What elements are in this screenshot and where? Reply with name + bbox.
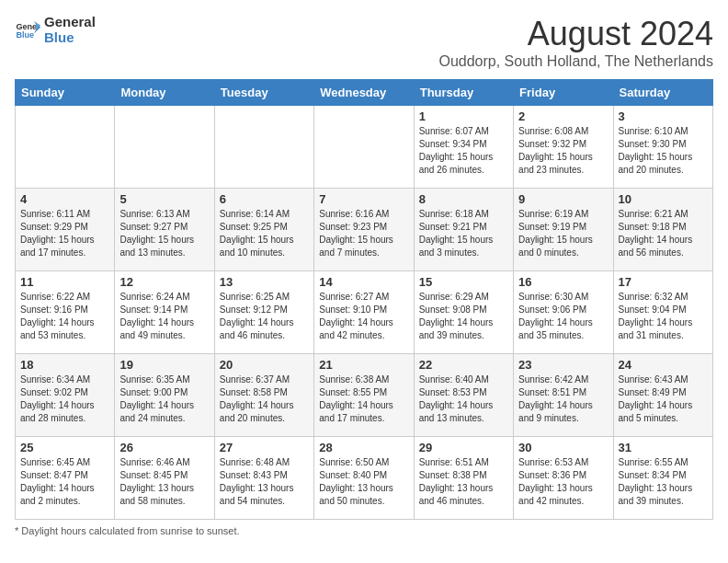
day-number: 8 [419,192,508,206]
calendar-cell: 6Sunrise: 6:14 AM Sunset: 9:25 PM Daylig… [214,189,313,271]
day-info: Sunrise: 6:10 AM Sunset: 9:30 PM Dayligh… [619,125,708,177]
day-number: 26 [119,441,209,454]
day-info: Sunrise: 6:53 AM Sunset: 8:36 PM Dayligh… [518,456,608,508]
logo-blue: Blue [44,29,74,45]
month-year-title: August 2024 [438,15,713,53]
calendar-cell: 14Sunrise: 6:27 AM Sunset: 9:10 PM Dayli… [314,271,414,354]
day-info: Sunrise: 6:51 AM Sunset: 8:38 PM Dayligh… [419,456,508,508]
day-number: 2 [518,109,608,123]
calendar-cell: 31Sunrise: 6:55 AM Sunset: 8:34 PM Dayli… [613,437,712,520]
day-info: Sunrise: 6:25 AM Sunset: 9:12 PM Dayligh… [220,291,309,342]
day-of-week-header: Friday [514,80,613,106]
day-of-week-header: Wednesday [314,80,414,106]
day-number: 7 [319,192,408,206]
calendar-cell: 24Sunrise: 6:43 AM Sunset: 8:49 PM Dayli… [613,354,712,437]
day-info: Sunrise: 6:34 AM Sunset: 9:02 PM Dayligh… [20,373,109,425]
day-info: Sunrise: 6:38 AM Sunset: 8:55 PM Dayligh… [319,373,408,425]
calendar-cell: 21Sunrise: 6:38 AM Sunset: 8:55 PM Dayli… [314,354,414,437]
calendar-cell: 26Sunrise: 6:46 AM Sunset: 8:45 PM Dayli… [115,437,214,520]
day-number: 5 [119,192,209,206]
day-number: 13 [220,275,309,289]
day-number: 17 [619,275,708,289]
day-info: Sunrise: 6:46 AM Sunset: 8:45 PM Dayligh… [119,456,209,508]
location-subtitle: Ouddorp, South Holland, The Netherlands [438,53,713,70]
day-number: 18 [20,358,109,372]
day-number: 19 [119,358,209,372]
day-number: 9 [518,192,608,206]
day-number: 30 [518,441,608,454]
day-number: 15 [419,275,508,289]
day-info: Sunrise: 6:48 AM Sunset: 8:43 PM Dayligh… [220,456,309,508]
day-of-week-header: Thursday [414,80,513,106]
calendar-week-row: 1Sunrise: 6:07 AM Sunset: 9:34 PM Daylig… [16,106,713,189]
day-info: Sunrise: 6:32 AM Sunset: 9:04 PM Dayligh… [619,291,708,342]
calendar-cell: 29Sunrise: 6:51 AM Sunset: 8:38 PM Dayli… [414,437,513,520]
logo-text: General Blue [44,15,96,45]
day-number: 14 [319,275,408,289]
day-info: Sunrise: 6:43 AM Sunset: 8:49 PM Dayligh… [619,373,708,425]
day-info: Sunrise: 6:24 AM Sunset: 9:14 PM Dayligh… [119,291,209,342]
calendar-cell: 19Sunrise: 6:35 AM Sunset: 9:00 PM Dayli… [115,354,214,437]
calendar-cell: 10Sunrise: 6:21 AM Sunset: 9:18 PM Dayli… [613,189,712,271]
day-info: Sunrise: 6:37 AM Sunset: 8:58 PM Dayligh… [220,373,309,425]
calendar-table: SundayMondayTuesdayWednesdayThursdayFrid… [15,79,713,520]
title-section: August 2024 Ouddorp, South Holland, The … [438,15,713,70]
footer-note: * Daylight hours calculated from sunrise… [15,525,713,536]
day-number: 10 [619,192,708,206]
day-of-week-header: Sunday [16,80,115,106]
day-number: 25 [20,441,109,454]
day-number: 6 [220,192,309,206]
calendar-cell [115,106,214,189]
calendar-cell: 8Sunrise: 6:18 AM Sunset: 9:21 PM Daylig… [414,189,513,271]
day-number: 11 [20,275,109,289]
day-info: Sunrise: 6:16 AM Sunset: 9:23 PM Dayligh… [319,208,408,259]
day-number: 28 [319,441,408,454]
day-info: Sunrise: 6:35 AM Sunset: 9:00 PM Dayligh… [119,373,209,425]
day-number: 16 [518,275,608,289]
day-info: Sunrise: 6:45 AM Sunset: 8:47 PM Dayligh… [20,456,109,508]
calendar-cell: 2Sunrise: 6:08 AM Sunset: 9:32 PM Daylig… [514,106,613,189]
calendar-week-row: 25Sunrise: 6:45 AM Sunset: 8:47 PM Dayli… [16,437,713,520]
day-number: 24 [619,358,708,372]
calendar-cell: 27Sunrise: 6:48 AM Sunset: 8:43 PM Dayli… [214,437,313,520]
header: General Blue General Blue August 2024 Ou… [15,15,713,70]
day-number: 20 [220,358,309,372]
calendar-week-row: 18Sunrise: 6:34 AM Sunset: 9:02 PM Dayli… [16,354,713,437]
calendar-cell: 20Sunrise: 6:37 AM Sunset: 8:58 PM Dayli… [214,354,313,437]
day-info: Sunrise: 6:30 AM Sunset: 9:06 PM Dayligh… [518,291,608,342]
day-info: Sunrise: 6:55 AM Sunset: 8:34 PM Dayligh… [619,456,708,508]
day-number: 3 [619,109,708,123]
day-number: 21 [319,358,408,372]
calendar-cell: 11Sunrise: 6:22 AM Sunset: 9:16 PM Dayli… [16,271,115,354]
day-info: Sunrise: 6:21 AM Sunset: 9:18 PM Dayligh… [619,208,708,259]
calendar-cell: 23Sunrise: 6:42 AM Sunset: 8:51 PM Dayli… [514,354,613,437]
calendar-cell: 9Sunrise: 6:19 AM Sunset: 9:19 PM Daylig… [514,189,613,271]
day-of-week-header: Monday [115,80,214,106]
calendar-cell: 13Sunrise: 6:25 AM Sunset: 9:12 PM Dayli… [214,271,313,354]
day-info: Sunrise: 6:42 AM Sunset: 8:51 PM Dayligh… [518,373,608,425]
day-number: 29 [419,441,508,454]
day-info: Sunrise: 6:18 AM Sunset: 9:21 PM Dayligh… [419,208,508,259]
day-info: Sunrise: 6:22 AM Sunset: 9:16 PM Dayligh… [20,291,109,342]
day-info: Sunrise: 6:50 AM Sunset: 8:40 PM Dayligh… [319,456,408,508]
day-number: 4 [20,192,109,206]
day-info: Sunrise: 6:40 AM Sunset: 8:53 PM Dayligh… [419,373,508,425]
day-number: 31 [619,441,708,454]
calendar-cell [314,106,414,189]
day-info: Sunrise: 6:13 AM Sunset: 9:27 PM Dayligh… [119,208,209,259]
day-info: Sunrise: 6:08 AM Sunset: 9:32 PM Dayligh… [518,125,608,177]
calendar-cell: 18Sunrise: 6:34 AM Sunset: 9:02 PM Dayli… [16,354,115,437]
day-info: Sunrise: 6:11 AM Sunset: 9:29 PM Dayligh… [20,208,109,259]
calendar-cell [16,106,115,189]
day-number: 12 [119,275,209,289]
day-number: 1 [419,109,508,123]
calendar-cell: 17Sunrise: 6:32 AM Sunset: 9:04 PM Dayli… [613,271,712,354]
logo: General Blue General Blue [15,15,96,45]
day-number: 27 [220,441,309,454]
day-number: 23 [518,358,608,372]
calendar-week-row: 11Sunrise: 6:22 AM Sunset: 9:16 PM Dayli… [16,271,713,354]
calendar-week-row: 4Sunrise: 6:11 AM Sunset: 9:29 PM Daylig… [16,189,713,271]
logo-icon: General Blue [15,17,40,43]
day-info: Sunrise: 6:14 AM Sunset: 9:25 PM Dayligh… [220,208,309,259]
calendar-cell: 30Sunrise: 6:53 AM Sunset: 8:36 PM Dayli… [514,437,613,520]
